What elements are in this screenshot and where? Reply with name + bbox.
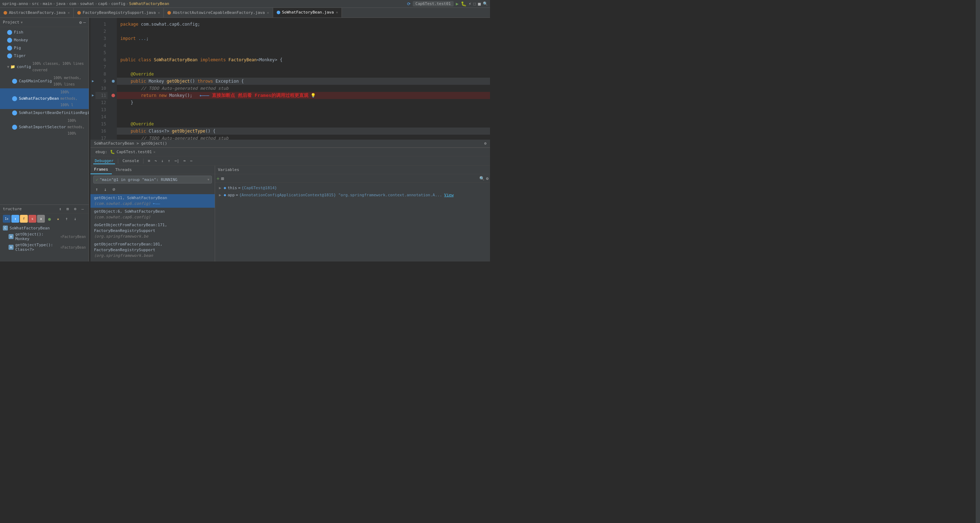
gutter-icon-4 bbox=[91, 42, 95, 49]
var-item-this[interactable]: ▶ ◆ this = {Cap6Test@1814} bbox=[215, 184, 490, 191]
token-public-16: public bbox=[120, 128, 148, 135]
code-line-6: public class SoWhatFactoryBean implement… bbox=[117, 56, 490, 64]
frame-item-3[interactable]: getObjectFromFactoryBean:101, FactoryBea… bbox=[91, 241, 215, 260]
frame-item-0[interactable]: getObject:11, SoWhatFactoryBean (com.sow… bbox=[91, 194, 215, 208]
token-public-9: public bbox=[120, 78, 148, 85]
struct-gear-btn[interactable]: ⚙ bbox=[72, 206, 78, 212]
project-gear-icon[interactable]: ⚙ bbox=[80, 20, 82, 25]
debug-eval[interactable]: ≈ bbox=[182, 158, 187, 164]
tab-close-abstractautowire[interactable]: ✕ bbox=[267, 11, 269, 14]
token-exception-9: Exception { bbox=[215, 78, 243, 85]
tree-item-sowhatfactorybean[interactable]: SoWhatFactoryBean 100% methods, 100% l bbox=[0, 88, 89, 109]
frame-item-2[interactable]: doGetObjectFromFactoryBean:171, FactoryB… bbox=[91, 221, 215, 241]
gutter-11-bp[interactable] bbox=[110, 92, 117, 99]
struct-sort-btn[interactable]: ↕ bbox=[57, 206, 64, 212]
class-icon-sowhatimport bbox=[12, 110, 17, 115]
var-search-icon[interactable]: 🔍 bbox=[479, 176, 485, 181]
var-expand-app[interactable]: ▶ bbox=[218, 193, 222, 198]
tree-item-sowhatimportselector[interactable]: SoWhatImportSelector 100% methods, 100% bbox=[0, 117, 89, 137]
tab-label-sowhatfactorybean: SoWhatFactoryBean.java bbox=[282, 10, 334, 14]
struct-icon-anon[interactable]: a bbox=[37, 215, 45, 223]
linenum-6: 6 bbox=[95, 56, 108, 64]
variables-header: Variables bbox=[215, 166, 490, 174]
frame-btn-up[interactable]: ↑ bbox=[93, 186, 100, 193]
gutter-icon-7 bbox=[91, 64, 95, 70]
tree-item-monkey[interactable]: Monkey bbox=[0, 36, 89, 44]
tab-abstractbeanfactory[interactable]: AbstractBeanFactory.java ✕ bbox=[0, 8, 74, 18]
struct-method-getobjecttype[interactable]: m getObjectType(): Class<?> ↑FactoryBean bbox=[3, 242, 86, 253]
debug-toolbar-list[interactable]: ≡ bbox=[146, 158, 152, 164]
var-expand-this[interactable]: ▶ bbox=[218, 186, 222, 190]
frame-btn-filter[interactable]: ⊘ bbox=[110, 186, 118, 193]
struct-icon-run[interactable]: ● bbox=[46, 215, 53, 223]
var-name-app: app bbox=[228, 193, 235, 198]
debug-run-to[interactable]: →| bbox=[173, 158, 181, 164]
class-icon-pig bbox=[7, 46, 12, 51]
tab-close-factorybeanregistry[interactable]: ✕ bbox=[158, 11, 160, 14]
structure-tree: C SoWhatFactoryBean m getObject(): Monke… bbox=[0, 224, 89, 253]
frame-btn-down[interactable]: ↓ bbox=[102, 186, 109, 193]
run-button[interactable]: ▶ bbox=[456, 1, 459, 6]
struct-icon-star[interactable]: ★ bbox=[54, 215, 62, 223]
debugger-tab[interactable]: Debugger bbox=[93, 158, 115, 164]
debug-more[interactable]: ⋯ bbox=[189, 158, 194, 164]
var-item-app[interactable]: ▶ ◆ app = {AnnotationConfigApplicationCo… bbox=[215, 191, 490, 198]
token-import: import bbox=[120, 35, 138, 42]
debug-step-over[interactable]: ↷ bbox=[153, 158, 159, 164]
struct-class-item[interactable]: C SoWhatFactoryBean bbox=[3, 225, 86, 231]
linenum-3: 3 bbox=[95, 35, 108, 42]
debug-tab-close[interactable]: ✕ bbox=[153, 150, 155, 154]
struct-icon-inherit[interactable]: ⬆ bbox=[11, 215, 19, 223]
run-config-area: ⟳ Cap6Test.test01 ▶ 🐛 ⚡ ⬚ ■ 🔍 bbox=[407, 1, 488, 6]
profile-button[interactable]: ⬚ bbox=[474, 2, 476, 6]
debug-step-into[interactable]: ↓ bbox=[160, 158, 165, 164]
tree-item-tiger[interactable]: Tiger bbox=[0, 52, 89, 60]
thread-dropdown[interactable]: ✓ "main"@1 in group "main": RUNNING ▼ bbox=[93, 175, 212, 183]
frames-tab-frames[interactable]: Frames bbox=[91, 166, 112, 174]
tab-close-abstractbeanfactory[interactable]: ✕ bbox=[68, 11, 70, 14]
run-config-label[interactable]: Cap6Test.test01 bbox=[413, 1, 454, 6]
frames-tab-threads[interactable]: Threads bbox=[112, 166, 135, 174]
struct-icon-arrow-dn[interactable]: ↓ bbox=[71, 215, 79, 223]
tree-item-sowhatimport[interactable]: SoWhatImportBeanDefinitionRegistrar 100% bbox=[0, 109, 89, 117]
code-gear-icon[interactable]: ⚙ bbox=[484, 141, 487, 146]
tree-item-config-folder[interactable]: ▼ 📁 config 100% classes, 100% lines cove… bbox=[0, 60, 89, 74]
struct-icon-1[interactable]: 1↕ bbox=[3, 215, 11, 223]
coverage-button[interactable]: ⚡ bbox=[469, 1, 471, 6]
project-collapse-icon[interactable]: — bbox=[83, 20, 86, 25]
tab-abstractautowire[interactable]: AbstractAutowireCapableBeanFactory.java … bbox=[164, 8, 273, 18]
tree-item-cap6mainconfig[interactable]: Cap6MainConfig 100% methods, 100% lines bbox=[0, 74, 89, 88]
tab-sowhatfactorybean[interactable]: SoWhatFactoryBean.java ✕ bbox=[273, 8, 342, 18]
project-label[interactable]: Project bbox=[3, 20, 19, 25]
struct-close-btn[interactable]: — bbox=[80, 206, 86, 212]
var-add-icon[interactable]: + bbox=[216, 175, 220, 181]
struct-icon-static[interactable]: s bbox=[29, 215, 36, 223]
gutter-6 bbox=[110, 56, 117, 64]
frame-item-4[interactable]: getObjectForBeanInstance:1645, AbstractB… bbox=[91, 260, 215, 262]
frame-item-1[interactable]: getObject:6, SoWhatFactoryBean (com.sowh… bbox=[91, 208, 215, 221]
search-button[interactable]: 🔍 bbox=[483, 2, 488, 6]
struct-expand-btn[interactable]: ⊞ bbox=[64, 206, 71, 212]
var-expand-all-icon[interactable]: ⊞ bbox=[221, 175, 224, 181]
debug-label: ebug: bbox=[93, 150, 109, 154]
folder-expand-arrow: ▼ bbox=[7, 64, 9, 70]
debug-tab-name[interactable]: Cap6Test.test01 bbox=[116, 150, 152, 154]
console-tab[interactable]: Console bbox=[121, 158, 140, 164]
var-view-link-app[interactable]: View bbox=[444, 193, 454, 198]
tab-close-sowhatfactorybean[interactable]: ✕ bbox=[336, 10, 338, 14]
debug-step-out[interactable]: ↑ bbox=[166, 158, 172, 164]
token-override-8: @Override bbox=[120, 70, 154, 78]
tab-factorybeanregistrysupport[interactable]: FactoryBeanRegistrySupport.java ✕ bbox=[74, 8, 164, 18]
tree-item-fish[interactable]: Fish bbox=[0, 29, 89, 36]
struct-method-getobject[interactable]: m getObject(): Monkey ↑FactoryBean bbox=[3, 231, 86, 242]
tree-item-pig[interactable]: Pig bbox=[0, 44, 89, 52]
var-gear-icon[interactable]: ⚙ bbox=[486, 176, 488, 181]
debug-run-button[interactable]: 🐛 bbox=[461, 1, 466, 6]
struct-icon-arrow-up[interactable]: ↑ bbox=[63, 215, 70, 223]
breakpoint-dot-11[interactable] bbox=[111, 94, 115, 97]
project-dropdown-icon[interactable]: ▼ bbox=[21, 21, 22, 24]
struct-icon-fields[interactable]: f bbox=[20, 215, 28, 223]
var-value-this: {Cap6Test@1814} bbox=[242, 186, 277, 190]
stop-button[interactable]: ■ bbox=[478, 1, 481, 6]
code-line-3: import ...; bbox=[117, 35, 490, 42]
